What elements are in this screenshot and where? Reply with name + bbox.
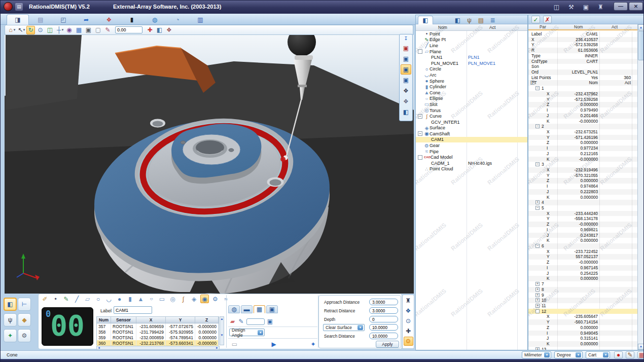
property-row[interactable]: K-0.000000 bbox=[528, 157, 638, 162]
tree-item-edge-pt[interactable]: ✎Edge Pt bbox=[416, 37, 527, 43]
property-row[interactable]: Z0.000000 bbox=[528, 102, 638, 107]
property-row[interactable]: X-233.444240 bbox=[528, 211, 638, 216]
property-row[interactable]: K0.000000 bbox=[528, 195, 638, 200]
table-col-sensor[interactable]: Sensor bbox=[111, 317, 136, 323]
tree-item-cadm-1[interactable]: CADM_1NH-tc40.igs bbox=[416, 160, 527, 166]
property-row[interactable]: Z-0.000000 bbox=[528, 260, 638, 265]
screen-tab-button[interactable]: ▣ bbox=[266, 305, 278, 313]
table-row[interactable]: 357ROOTSN1-231.609659-577.072675-0.00000… bbox=[97, 323, 219, 329]
property-scrollbar[interactable]: ▲ ▼ bbox=[637, 24, 644, 350]
tree-item-pln1[interactable]: PLN1PLN1 bbox=[416, 54, 527, 60]
angle-tool-button[interactable]: ▭ bbox=[230, 340, 239, 348]
property-row[interactable]: Z0.000000 bbox=[528, 140, 638, 146]
expander-icon[interactable]: − bbox=[535, 244, 540, 248]
tree-item-gear[interactable]: ⚙Gear bbox=[416, 142, 527, 149]
dropdown-caret-icon[interactable]: ▾ bbox=[62, 28, 64, 32]
property-row[interactable]: −2 bbox=[528, 124, 638, 129]
apply-check-button[interactable]: ✓ bbox=[531, 16, 540, 23]
cad-mode-button[interactable]: ◆ bbox=[18, 313, 31, 327]
tree-item-cylinder[interactable]: ▮Cylinder bbox=[416, 84, 527, 90]
tab-transform[interactable]: ➦ bbox=[75, 14, 97, 25]
edit-sensor-icon[interactable]: ✎ bbox=[238, 317, 244, 325]
sensor-name-input[interactable] bbox=[246, 318, 265, 325]
clipping-box-button[interactable]: ▢ bbox=[94, 26, 102, 34]
tab-document[interactable]: ▤ bbox=[29, 14, 52, 25]
expander-icon[interactable]: + bbox=[535, 293, 540, 297]
property-row[interactable]: X-235.605647 bbox=[528, 314, 638, 319]
probe-mode-button[interactable]: ψ bbox=[4, 313, 17, 327]
cad-align-button[interactable]: ◧ bbox=[401, 107, 411, 117]
property-row[interactable]: Y-572.539258 bbox=[528, 97, 638, 102]
property-row[interactable]: J0.212165 bbox=[528, 151, 638, 157]
expander-icon[interactable]: − bbox=[418, 114, 422, 119]
probe-add-button[interactable]: ✦ bbox=[309, 340, 317, 348]
table-col-num[interactable]: Num bbox=[97, 317, 111, 323]
fixture-mode-button[interactable]: ⊢ bbox=[18, 298, 31, 311]
table-row[interactable]: 358ROOTSN1-231.799429-575.9209550.000000 bbox=[97, 329, 219, 335]
property-row[interactable]: List PointsYes360 bbox=[528, 75, 638, 81]
property-row[interactable]: −1 bbox=[528, 86, 638, 91]
tree-item-arc[interactable]: ◡Arc bbox=[416, 72, 527, 78]
probe-screen-icon[interactable]: ▣ bbox=[267, 317, 273, 325]
feature-cube-button[interactable]: ◧ bbox=[453, 16, 462, 24]
tree-item-pipe[interactable]: ≈Pipe bbox=[416, 149, 527, 155]
property-row[interactable]: I0.969821 bbox=[528, 227, 638, 233]
property-row[interactable]: Y-560.714154 bbox=[528, 319, 638, 325]
visibility-eye-button[interactable]: ◉ bbox=[65, 26, 74, 34]
probe-angle-button[interactable]: ✐ bbox=[41, 295, 49, 303]
arc-button[interactable]: ◡ bbox=[104, 295, 113, 303]
scroll-thumb[interactable] bbox=[638, 31, 644, 60]
crosshair-button[interactable]: ✚ bbox=[146, 26, 154, 34]
torus-button[interactable]: ◎ bbox=[168, 295, 177, 303]
curve-button[interactable]: ∫ bbox=[179, 295, 188, 303]
zoom-search-button[interactable]: ⊙ bbox=[404, 316, 413, 325]
expander-icon[interactable]: − bbox=[418, 131, 422, 136]
property-row[interactable]: 12 bbox=[528, 309, 638, 314]
line-button[interactable]: ╱ bbox=[73, 295, 81, 303]
property-row[interactable]: J0.243817 bbox=[528, 233, 638, 238]
filter-button[interactable]: ≣ bbox=[488, 16, 497, 24]
table-col-z[interactable]: Z bbox=[195, 317, 219, 323]
fit-view-button[interactable]: ◫ bbox=[46, 26, 54, 34]
property-row[interactable]: J0.254225 bbox=[528, 271, 638, 276]
probe-icon-button[interactable]: ♜ bbox=[596, 3, 605, 11]
pin-icon[interactable]: ↧ bbox=[404, 35, 408, 43]
property-row[interactable]: +10 bbox=[528, 298, 638, 303]
monitor-icon-button[interactable]: ▣ bbox=[582, 3, 590, 11]
property-row[interactable]: Y-570.321055 bbox=[528, 173, 638, 178]
property-row[interactable]: Z0.000000 bbox=[528, 178, 638, 184]
slot-button[interactable]: ▭ bbox=[158, 295, 166, 303]
property-row[interactable]: TypeINNER bbox=[528, 53, 638, 59]
property-row[interactable]: +4 bbox=[528, 200, 638, 205]
tolerance-input[interactable] bbox=[115, 26, 142, 33]
property-row[interactable]: K-0.000000 bbox=[528, 119, 638, 124]
property-row[interactable]: CrdTypeCART bbox=[528, 59, 638, 64]
cnc-axis-button[interactable]: ┼▾ bbox=[55, 26, 64, 34]
property-row[interactable]: −5 bbox=[528, 205, 638, 211]
plane-button[interactable]: ▱ bbox=[83, 295, 92, 303]
tab-machine[interactable]: ◨ bbox=[7, 14, 29, 25]
property-row[interactable]: Z0.000000 bbox=[528, 325, 638, 331]
tree-item-sphere[interactable]: ●Sphere bbox=[416, 78, 527, 84]
cursor-button[interactable]: ↖▾ bbox=[17, 26, 25, 34]
scroll-up-icon[interactable]: ▲ bbox=[638, 24, 644, 30]
property-row[interactable]: X-233.722452 bbox=[528, 249, 638, 255]
tree-item-curve[interactable]: −∫Curve bbox=[416, 113, 527, 119]
property-row[interactable]: +13 bbox=[528, 347, 638, 350]
expander-icon[interactable] bbox=[535, 309, 540, 313]
measured-points-table[interactable]: NumSensorXYZ 357ROOTSN1-231.609659-577.0… bbox=[96, 316, 219, 345]
dropdown-caret-icon[interactable]: ▾ bbox=[14, 28, 16, 32]
probe-y-button[interactable]: ψ bbox=[465, 16, 474, 24]
cam-button[interactable]: ◉ bbox=[200, 295, 209, 303]
expander-icon[interactable]: − bbox=[535, 206, 540, 210]
expander-icon[interactable]: + bbox=[535, 304, 540, 308]
move-tab-button[interactable]: ▬ bbox=[241, 305, 253, 313]
property-row[interactable]: Y-558.134178 bbox=[528, 216, 638, 222]
tab-window[interactable]: ◰ bbox=[52, 14, 75, 25]
grid-tab-button[interactable]: ▦ bbox=[254, 305, 265, 313]
property-row[interactable]: X-232.919496 bbox=[528, 167, 638, 173]
tab-appearance[interactable]: ❖ bbox=[98, 14, 120, 25]
angle-unit-dropdown[interactable]: Degree ▼ bbox=[554, 351, 583, 358]
property-row[interactable]: +11 bbox=[528, 303, 638, 309]
tab-network[interactable]: ◍ bbox=[144, 14, 166, 25]
